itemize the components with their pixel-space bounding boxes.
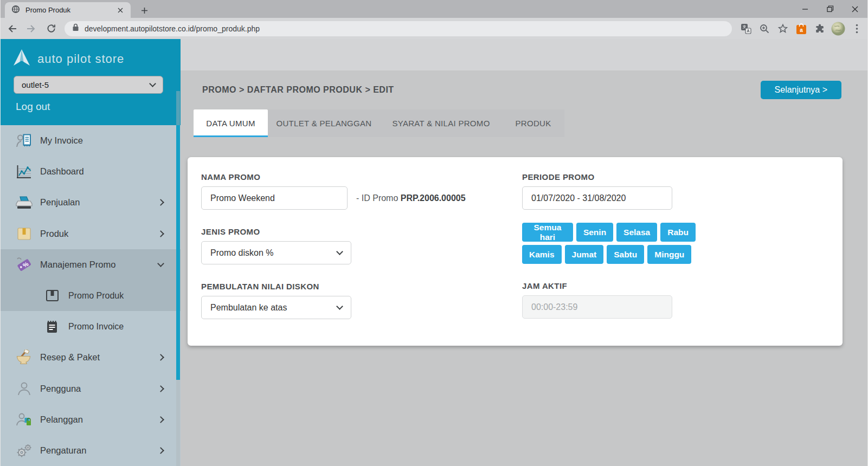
back-icon[interactable] (4, 21, 20, 37)
shopping-extension-icon[interactable]: a (794, 21, 809, 36)
id-promo-value: PRP.2006.00005 (401, 193, 466, 203)
sidebar-item-penjualan[interactable]: Penjualan (1, 187, 181, 218)
extensions-puzzle-icon[interactable] (812, 21, 827, 36)
sidebar-menu: My Invoice Dashboard Penjualan (1, 125, 181, 466)
resep-paket-icon (15, 350, 33, 365)
outlet-select-value: outlet-5 (22, 80, 150, 89)
chevron-right-icon (157, 385, 164, 392)
browser-titlebar: Promo Produk (1, 0, 867, 18)
sidebar-item-label: Manajemen Promo (40, 260, 115, 270)
manajemen-promo-icon: % (15, 257, 33, 272)
new-tab-icon[interactable] (137, 4, 151, 16)
chevron-down-icon (336, 248, 343, 255)
sidebar-item-label: Pengguna (40, 384, 81, 394)
sidebar-item-pengaturan[interactable]: Pengaturan (1, 435, 181, 466)
sidebar-item-label: Promo Invoice (68, 322, 124, 332)
minimize-icon[interactable] (793, 0, 818, 18)
bookmark-star-icon[interactable] (775, 21, 790, 36)
tab-data-umum[interactable]: DATA UMUM (194, 109, 268, 137)
tab-title: Promo Produk (25, 6, 115, 14)
pengguna-icon (15, 381, 33, 396)
sidebar-item-label: Produk (40, 229, 68, 239)
pembulatan-label: PEMBULATAN NILAI DISKON (201, 282, 505, 291)
day-button-jumat[interactable]: Jumat (565, 245, 604, 264)
nama-promo-input[interactable] (201, 186, 348, 210)
close-icon[interactable] (843, 0, 867, 18)
form-card: NAMA PROMO - ID Promo PRP.2006.00005 JEN… (188, 157, 843, 346)
svg-text:a: a (800, 27, 803, 33)
sidebar-item-produk[interactable]: Produk (1, 218, 181, 249)
tab-syarat-nilai-promo[interactable]: SYARAT & NILAI PROMO (380, 109, 502, 137)
jenis-promo-select[interactable]: Promo diskon % (201, 241, 351, 264)
day-button-sabtu[interactable]: Sabtu (607, 245, 644, 264)
menu-dots-icon[interactable] (849, 21, 864, 36)
day-button-rabu[interactable]: Rabu (660, 223, 696, 242)
jam-aktif-label: JAM AKTIF (522, 281, 826, 290)
zoom-in-icon[interactable] (757, 21, 772, 36)
id-promo-text: - ID Promo PRP.2006.00005 (356, 193, 466, 203)
sidebar-item-pelanggan[interactable]: Pelanggan (1, 404, 181, 435)
periode-promo-label: PERIODE PROMO (522, 172, 826, 182)
periode-promo-input[interactable] (522, 186, 672, 210)
sidebar-header: auto pilot store outlet-5 Log out (1, 39, 181, 125)
url-bar[interactable]: development.autopilotstore.co.id/promo_p… (65, 21, 732, 36)
tab-produk[interactable]: PRODUK (502, 109, 564, 137)
paper-plane-logo-icon (11, 49, 32, 69)
url-text: development.autopilotstore.co.id/promo_p… (85, 24, 260, 33)
chevron-down-icon (336, 303, 343, 310)
sidebar-item-resep-paket[interactable]: Resep & Paket (1, 342, 181, 373)
chevron-right-icon (157, 199, 164, 206)
sidebar-item-label: Pengaturan (40, 445, 86, 456)
forward-icon[interactable] (23, 21, 40, 37)
browser-toolbar: development.autopilotstore.co.id/promo_p… (1, 18, 867, 39)
logout-link[interactable]: Log out (16, 101, 50, 113)
sidebar-item-manajemen-promo[interactable]: % Manajemen Promo (1, 249, 181, 280)
sidebar-item-label: Resep & Paket (40, 352, 100, 363)
sidebar-item-promo-produk[interactable]: Promo Produk (1, 280, 181, 311)
browser-window: Promo Produk (0, 0, 868, 466)
next-button[interactable]: Selanjutnya > (761, 81, 841, 99)
brand-text: auto pilot store (37, 52, 124, 66)
tab-outlet-pelanggan[interactable]: OUTLET & PELANGGAN (268, 109, 380, 137)
tab-bar: DATA UMUM OUTLET & PELANGGAN SYARAT & NI… (194, 109, 564, 137)
outlet-select[interactable]: outlet-5 (14, 76, 163, 94)
profile-avatar[interactable] (831, 21, 846, 36)
day-button-minggu[interactable]: Minggu (647, 245, 691, 264)
brand: auto pilot store (1, 39, 181, 69)
tab-close-icon[interactable] (115, 5, 125, 15)
sidebar-item-label: My Invoice (40, 135, 83, 146)
browser-tab[interactable]: Promo Produk (5, 2, 131, 18)
pembulatan-select[interactable]: Pembulatan ke atas (201, 296, 351, 319)
sidebar-item-promo-invoice[interactable]: Promo Invoice (1, 311, 181, 342)
chevron-down-icon (157, 260, 164, 267)
chevron-right-icon (157, 447, 164, 454)
globe-favicon-icon (11, 5, 20, 16)
jam-aktif-input[interactable] (522, 295, 672, 319)
day-button-senin[interactable]: Senin (576, 223, 613, 242)
translate-icon[interactable] (738, 21, 754, 36)
my-invoice-icon (15, 133, 33, 148)
lock-icon (72, 23, 79, 34)
penjualan-icon (15, 195, 33, 210)
dashboard-icon (15, 164, 33, 179)
sidebar-scrollbar-thumb[interactable] (176, 125, 180, 380)
chevron-right-icon (157, 230, 164, 237)
day-button-selasa[interactable]: Selasa (616, 223, 657, 242)
chevron-down-icon (149, 80, 156, 87)
day-buttons: Semua hari Senin Selasa Rabu Kamis Jumat… (522, 223, 696, 264)
sidebar: auto pilot store outlet-5 Log out My Inv… (1, 39, 181, 466)
sidebar-item-pengguna[interactable]: Pengguna (1, 373, 181, 404)
sidebar-item-dashboard[interactable]: Dashboard (1, 156, 181, 187)
promo-produk-icon (43, 288, 61, 303)
restore-icon[interactable] (818, 0, 843, 18)
sidebar-item-label: Pelanggan (40, 415, 83, 425)
sidebar-item-my-invoice[interactable]: My Invoice (1, 125, 181, 156)
reload-icon[interactable] (43, 21, 59, 37)
promo-invoice-icon (43, 319, 61, 334)
day-button-kamis[interactable]: Kamis (522, 245, 562, 264)
breadcrumb: PROMO > DAFTAR PROMO PRODUK > EDIT (202, 85, 394, 95)
sidebar-item-label: Dashboard (40, 166, 84, 177)
chevron-right-icon (157, 354, 164, 361)
sidebar-item-label: Promo Produk (68, 291, 124, 301)
day-button-semua-hari[interactable]: Semua hari (522, 223, 573, 242)
